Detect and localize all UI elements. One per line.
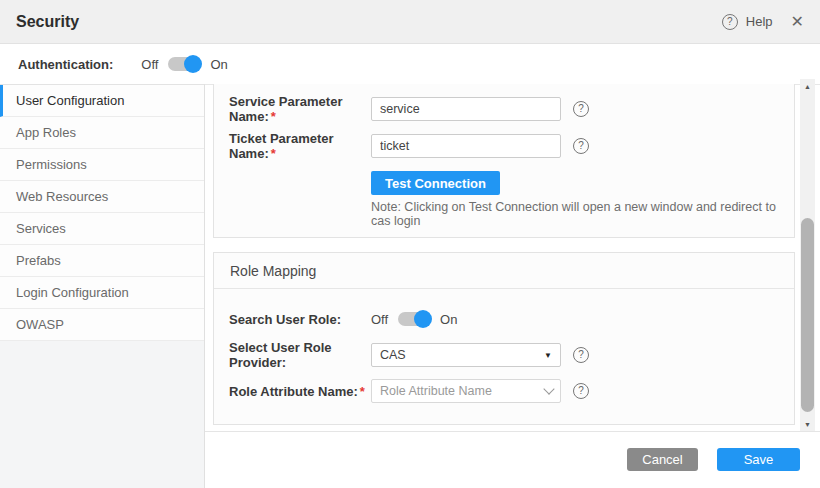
ticket-parameter-input[interactable] xyxy=(371,134,561,158)
role-attribute-row: Role Attribute Name:* Role Attribute Nam… xyxy=(214,379,794,403)
test-connection-button[interactable]: Test Connection xyxy=(371,171,500,195)
role-mapping-title: Role Mapping xyxy=(214,253,794,289)
cancel-button[interactable]: Cancel xyxy=(627,448,698,471)
authentication-on-label: On xyxy=(210,57,227,72)
service-parameter-row: Service Parameter Name:* ? xyxy=(214,97,794,121)
search-user-role-row: Search User Role: Off On xyxy=(214,307,794,331)
role-provider-select[interactable]: CAS ▼ xyxy=(371,343,561,367)
dialog-header: Security ? Help ✕ xyxy=(0,0,820,44)
vertical-scrollbar[interactable]: ▲ ▼ xyxy=(800,79,815,431)
close-icon[interactable]: ✕ xyxy=(791,14,804,30)
authentication-off-label: Off xyxy=(141,57,158,72)
required-asterisk: * xyxy=(271,146,276,161)
authentication-toggle[interactable] xyxy=(168,57,200,71)
service-parameter-label: Service Parameter Name:* xyxy=(229,94,371,124)
toggle-knob xyxy=(184,55,202,73)
role-mapping-panel: Role Mapping Search User Role: Off On Se… xyxy=(213,252,795,425)
search-user-role-toggle[interactable] xyxy=(398,312,430,326)
role-provider-value: CAS xyxy=(380,348,406,362)
test-connection-note: Note: Clicking on Test Connection will o… xyxy=(371,200,794,228)
page-title: Security xyxy=(16,13,79,31)
role-attribute-label: Role Attribute Name:* xyxy=(229,384,371,399)
ticket-parameter-label: Ticket Parameter Name:* xyxy=(229,131,371,161)
scrollbar-thumb[interactable] xyxy=(801,218,814,412)
test-connection-row: Test Connection xyxy=(214,171,794,195)
sidebar-item-prefabs[interactable]: Prefabs xyxy=(0,245,204,277)
required-asterisk: * xyxy=(360,384,365,399)
provider-config-panel: Service Parameter Name:* ? Ticket Parame… xyxy=(213,84,795,238)
service-parameter-input[interactable] xyxy=(371,97,561,121)
role-provider-label: Select User Role Provider: xyxy=(229,340,371,370)
sidebar-item-user-configuration[interactable]: User Configuration xyxy=(0,85,204,117)
ticket-parameter-row: Ticket Parameter Name:* ? xyxy=(214,134,794,158)
scroll-up-icon[interactable]: ▲ xyxy=(800,79,815,93)
sidebar-item-app-roles[interactable]: App Roles xyxy=(0,117,204,149)
help-link[interactable]: Help xyxy=(746,14,773,29)
ticket-parameter-help-icon[interactable]: ? xyxy=(573,138,589,154)
footer-divider xyxy=(205,431,820,432)
sidebar-item-login-configuration[interactable]: Login Configuration xyxy=(0,277,204,309)
caret-down-icon: ▼ xyxy=(544,351,552,360)
role-provider-help-icon[interactable]: ? xyxy=(573,347,589,363)
search-role-off-label: Off xyxy=(371,312,388,327)
chevron-down-icon xyxy=(543,383,554,394)
search-user-role-label: Search User Role: xyxy=(229,312,371,327)
sidebar-item-services[interactable]: Services xyxy=(0,213,204,245)
authentication-label: Authentication: xyxy=(18,57,113,72)
save-button[interactable]: Save xyxy=(717,448,800,471)
search-role-on-label: On xyxy=(440,312,457,327)
role-attribute-combobox[interactable]: Role Attribute Name xyxy=(371,379,561,403)
role-provider-row: Select User Role Provider: CAS ▼ ? xyxy=(214,343,794,367)
security-sidebar: User Configuration App Roles Permissions… xyxy=(0,84,205,488)
toggle-knob xyxy=(414,310,432,328)
service-parameter-help-icon[interactable]: ? xyxy=(573,101,589,117)
scroll-down-icon[interactable]: ▼ xyxy=(800,417,815,431)
role-attribute-help-icon[interactable]: ? xyxy=(573,383,589,399)
sidebar-item-owasp[interactable]: OWASP xyxy=(0,309,204,341)
authentication-row: Authentication: Off On xyxy=(0,44,820,84)
role-attribute-placeholder: Role Attribute Name xyxy=(380,384,492,398)
sidebar-item-web-resources[interactable]: Web Resources xyxy=(0,181,204,213)
security-dialog: Security ? Help ✕ Authentication: Off On… xyxy=(0,0,820,488)
help-icon[interactable]: ? xyxy=(722,14,738,30)
sidebar-item-permissions[interactable]: Permissions xyxy=(0,149,204,181)
required-asterisk: * xyxy=(271,109,276,124)
